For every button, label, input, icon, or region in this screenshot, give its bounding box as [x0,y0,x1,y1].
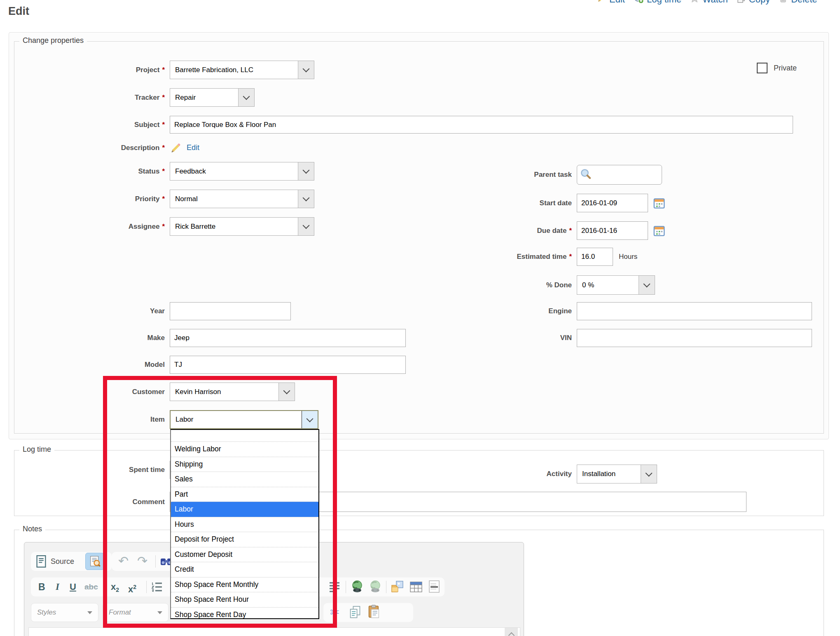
log-time-legend: Log time [19,445,54,454]
styles-combo[interactable]: Styles [31,603,98,622]
status-label: Status* [16,162,165,181]
description-edit-link[interactable]: Edit [187,143,199,152]
chevron-down-icon [238,89,254,106]
horizontal-line-icon[interactable] [428,580,440,594]
superscript-button[interactable]: x2 [128,577,136,596]
justify-block-icon[interactable] [329,581,340,594]
cut-icon[interactable]: ✂ [330,603,339,622]
chevron-down-icon [298,190,314,208]
numbered-list-icon[interactable] [151,581,163,594]
toolbar-separator [146,581,147,593]
private-checkbox[interactable] [757,63,767,73]
project-label: Project* [16,61,165,79]
subject-input[interactable] [170,116,793,134]
item-option[interactable]: Welding Labor [171,441,318,457]
source-icon[interactable] [36,555,47,569]
item-select[interactable]: Labor [170,410,318,429]
assignee-label: Assignee* [16,217,165,236]
toolbar-separator [346,581,346,593]
link-icon[interactable] [351,580,364,595]
page-title: Edit [8,5,29,18]
toolbar-separator [386,581,386,593]
item-option[interactable]: Customer Deposit [171,547,318,562]
spent-time-label: Spent time [16,461,165,479]
table-icon[interactable] [410,581,422,594]
activity-label: Activity [424,465,572,483]
item-option[interactable]: Hours [171,517,318,532]
editor-scrollbar[interactable] [505,628,518,636]
chevron-down-icon [641,465,657,483]
image-icon[interactable] [391,580,404,595]
status-select[interactable]: Feedback [170,162,314,181]
templates-button[interactable] [85,553,104,570]
due-date-input[interactable] [577,221,648,240]
toolbar-separator [105,581,105,593]
pencil-icon [597,0,606,6]
start-date-label: Start date [424,194,572,212]
tracker-select[interactable]: Repair [170,88,255,107]
item-option[interactable]: Shipping [171,457,318,472]
issue-edit-page: Edit Log time Watch Copy Delete Edit Cha… [0,0,840,636]
log-time-action-link[interactable]: Log time [633,0,681,6]
model-input[interactable] [170,356,406,374]
activity-select[interactable]: Installation [577,465,657,483]
year-input[interactable] [170,302,291,320]
editor-content-area[interactable] [28,627,520,636]
italic-button[interactable]: I [56,577,59,596]
item-dropdown-list: Welding Labor Shipping Sales Part Labor … [170,429,319,619]
subscript-button[interactable]: x2 [111,577,119,596]
vin-input[interactable] [577,329,812,347]
start-date-input[interactable] [577,194,648,212]
parent-task-label: Parent task [424,165,572,185]
priority-select[interactable]: Normal [170,190,314,208]
make-label: Make [16,329,165,347]
bold-button[interactable]: B [38,577,45,596]
scroll-up-button[interactable] [505,628,518,636]
item-option[interactable]: Shop Space Rent Hour [171,592,318,607]
parent-task-input[interactable] [577,165,662,185]
assignee-select[interactable]: Rick Barrette [170,217,314,236]
source-button[interactable]: Source [51,552,74,571]
redo-icon[interactable]: ↷ [137,552,147,571]
search-icon [580,168,592,182]
issue-action-links: Edit Log time Watch Copy Delete [597,0,817,6]
year-label: Year [16,302,165,320]
watch-action-link[interactable]: Watch [690,0,728,6]
underline-button[interactable]: U [70,577,76,596]
percent-done-select[interactable]: 0 % [577,275,655,295]
customer-label: Customer [16,383,165,401]
item-option[interactable]: Credit [171,562,318,577]
edit-action-link[interactable]: Edit [597,0,625,6]
tracker-label: Tracker* [16,88,165,107]
item-option[interactable]: Shop Space Rent Monthly [171,577,318,592]
strikethrough-button[interactable]: abc [84,577,98,596]
paste-clipboard-icon[interactable] [367,605,381,620]
item-option[interactable]: Deposit for Project [171,532,318,547]
item-option[interactable]: Sales [171,472,318,487]
calendar-icon[interactable] [653,225,665,238]
chevron-down-icon [302,411,318,428]
customer-select[interactable]: Kevin Harrison [170,383,295,401]
estimated-time-input[interactable] [577,248,613,266]
copy-action-link[interactable]: Copy [736,0,770,6]
project-select[interactable]: Barrette Fabrication, LLC [170,61,314,79]
unlink-icon[interactable] [369,580,382,595]
comment-label: Comment [16,492,165,512]
description-pencil-icon [170,142,181,155]
copy-icon [736,0,746,6]
percent-done-label: % Done [424,275,572,295]
engine-input[interactable] [577,302,812,320]
calendar-icon[interactable] [653,197,665,211]
item-option-blank[interactable] [171,430,318,441]
estimated-time-label: Estimated time* [424,248,572,266]
priority-label: Priority* [16,190,165,208]
undo-icon[interactable]: ↶ [118,552,129,571]
item-option[interactable]: Part [171,487,318,502]
item-option-selected[interactable]: Labor [171,502,318,517]
item-option[interactable]: Shop Space Rent Day [171,607,318,620]
format-combo[interactable]: Format [103,603,168,622]
delete-action-link[interactable]: Delete [778,0,817,6]
copy-pages-icon[interactable] [349,606,361,621]
make-input[interactable] [170,329,406,347]
toolbar-separator [155,555,156,568]
